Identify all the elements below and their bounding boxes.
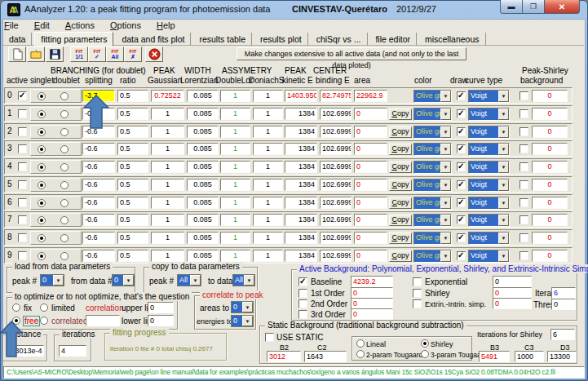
active-checkbox[interactable] <box>18 233 27 242</box>
doublelor-field[interactable]: 1 <box>220 232 250 244</box>
curve-type-dropdown[interactable]: Voigt ▼ <box>468 214 510 227</box>
peak-shirley-value-field[interactable]: 0 <box>532 108 568 120</box>
first-order-checkbox[interactable] <box>298 289 307 298</box>
gaussian-width-field[interactable]: 0.72522 <box>151 90 184 102</box>
lorentzian-width-field[interactable]: 0.085 <box>187 161 219 173</box>
kinetic-energy-field[interactable]: 1384 <box>285 143 317 155</box>
doublet-radio[interactable] <box>60 145 69 153</box>
lineal-radio[interactable] <box>356 339 365 348</box>
chevron-down-icon[interactable]: ▼ <box>440 233 451 244</box>
binding-energy-field[interactable]: 102.6999 <box>320 143 351 155</box>
singlet-radio[interactable] <box>38 181 46 189</box>
doniachs-field[interactable]: 1 <box>253 161 283 173</box>
chevron-down-icon[interactable]: ▼ <box>498 162 509 173</box>
chevron-down-icon[interactable]: ▼ <box>498 179 509 191</box>
doublet-radio[interactable] <box>60 128 69 136</box>
chevron-down-icon[interactable]: ▼ <box>498 126 509 138</box>
load-peak-dropdown[interactable]: 0 ▼ <box>40 274 64 286</box>
third-order-field[interactable]: 0 <box>351 308 393 320</box>
peak-shirley-checkbox[interactable] <box>519 198 528 207</box>
lower-limit-field[interactable]: 0 <box>148 315 174 326</box>
kinetic-energy-field[interactable]: 1384 <box>285 108 317 120</box>
chevron-down-icon[interactable]: ▼ <box>244 275 254 286</box>
copy-button[interactable]: Copy <box>389 179 412 191</box>
chevron-down-icon[interactable]: ▼ <box>498 233 509 244</box>
chevron-down-icon[interactable]: ▼ <box>440 179 451 191</box>
copy-button[interactable]: Copy <box>389 109 412 120</box>
splitting-field[interactable]: -0.6 <box>82 250 115 262</box>
ratio-field[interactable]: 0.5 <box>117 143 148 155</box>
ratio-field[interactable]: 0.5 <box>117 197 148 209</box>
copy-button[interactable]: Copy <box>389 144 412 155</box>
correlated-radio[interactable] <box>40 317 48 325</box>
area-field[interactable]: 0 <box>354 179 387 191</box>
chevron-down-icon[interactable]: ▼ <box>440 162 451 173</box>
splitting-field[interactable]: -0.6 <box>82 214 115 226</box>
doublelor-field[interactable]: 1 <box>220 214 250 226</box>
chevron-down-icon[interactable]: ▼ <box>440 126 451 138</box>
color-dropdown[interactable]: Olive green ▼ <box>413 179 452 192</box>
area-field[interactable]: 0 <box>354 232 387 244</box>
kinetic-energy-field[interactable]: 1384 <box>285 126 317 138</box>
doublet-radio[interactable] <box>60 163 69 171</box>
b2-field[interactable]: 3012 <box>267 351 301 362</box>
color-dropdown[interactable]: Olive green ▼ <box>413 232 452 245</box>
energies-to-dropdown[interactable]: 0 ▼ <box>231 315 254 327</box>
singlet-radio[interactable] <box>38 199 46 207</box>
peak-shirley-value-field[interactable]: 0 <box>532 250 568 262</box>
threshold-field[interactable]: 0 <box>551 299 576 310</box>
gaussian-width-field[interactable]: 1 <box>151 250 184 262</box>
lorentzian-width-field[interactable]: 0.085 <box>187 232 219 244</box>
areas-to-dropdown[interactable]: 0 ▼ <box>231 301 254 313</box>
ratio-field[interactable]: 0.5 <box>117 126 148 138</box>
peak-shirley-checkbox[interactable] <box>519 233 528 242</box>
color-dropdown[interactable]: Olive green ▼ <box>413 214 452 227</box>
correlation-field[interactable] <box>86 315 120 326</box>
doniachs-field[interactable]: 1 <box>253 179 283 191</box>
singlet-radio[interactable] <box>38 163 46 171</box>
doniachs-field[interactable]: 1 <box>253 126 283 138</box>
curve-type-dropdown[interactable]: Voigt ▼ <box>468 179 510 192</box>
chevron-down-icon[interactable]: ▼ <box>498 197 509 209</box>
draw-checkbox[interactable] <box>457 233 466 242</box>
copy-button[interactable]: Copy <box>389 126 412 138</box>
doublet-radio[interactable] <box>60 252 69 260</box>
peak-shirley-checkbox[interactable] <box>519 91 528 100</box>
gaussian-width-field[interactable]: 1 <box>151 197 184 209</box>
chevron-down-icon[interactable]: ▼ <box>440 197 451 209</box>
ratio-field[interactable]: 0.5 <box>117 214 148 226</box>
ratio-field[interactable]: 0.5 <box>117 232 148 244</box>
area-field[interactable]: 0 <box>354 161 387 173</box>
exponential-field[interactable]: 0 <box>493 276 532 287</box>
doublelor-field[interactable]: 1 <box>220 90 250 102</box>
from-data-dropdown[interactable]: 0 ▼ <box>112 274 135 286</box>
binding-energy-field[interactable]: 102.6999 <box>320 197 351 209</box>
singlet-radio[interactable] <box>38 145 46 153</box>
binding-energy-field[interactable]: 82.74975 <box>320 90 351 102</box>
draw-checkbox[interactable] <box>457 198 466 207</box>
iterations-count-field[interactable]: 4 <box>59 345 86 357</box>
area-field[interactable]: 0 <box>354 250 387 262</box>
c2-field[interactable]: 1643 <box>304 351 347 362</box>
active-checkbox[interactable] <box>18 251 27 260</box>
draw-checkbox[interactable] <box>457 144 466 153</box>
peak-shirley-value-field[interactable]: 0 <box>532 143 568 155</box>
doublelor-field[interactable]: 1 <box>220 108 250 120</box>
lorentzian-width-field[interactable]: 0.085 <box>187 108 219 120</box>
chevron-down-icon[interactable]: ▼ <box>498 109 509 120</box>
doniachs-field[interactable]: 1 <box>253 143 283 155</box>
chevron-down-icon[interactable]: ▼ <box>190 275 201 286</box>
curve-type-dropdown[interactable]: Voigt ▼ <box>468 161 510 174</box>
binding-energy-field[interactable]: 102.6999 <box>320 108 351 120</box>
draw-checkbox[interactable] <box>457 215 466 224</box>
doublet-radio[interactable] <box>60 181 69 189</box>
second-order-checkbox[interactable] <box>298 299 307 308</box>
gaussian-width-field[interactable]: 1 <box>151 232 184 244</box>
singlet-radio[interactable] <box>38 92 46 100</box>
peak-shirley-checkbox[interactable] <box>519 251 528 260</box>
doublelor-field[interactable]: 1 <box>220 126 250 138</box>
singlet-radio[interactable] <box>38 128 46 136</box>
chevron-down-icon[interactable]: ▼ <box>440 91 451 102</box>
shirley-field[interactable]: 0 <box>493 287 532 299</box>
chevron-down-icon[interactable]: ▼ <box>440 215 451 226</box>
